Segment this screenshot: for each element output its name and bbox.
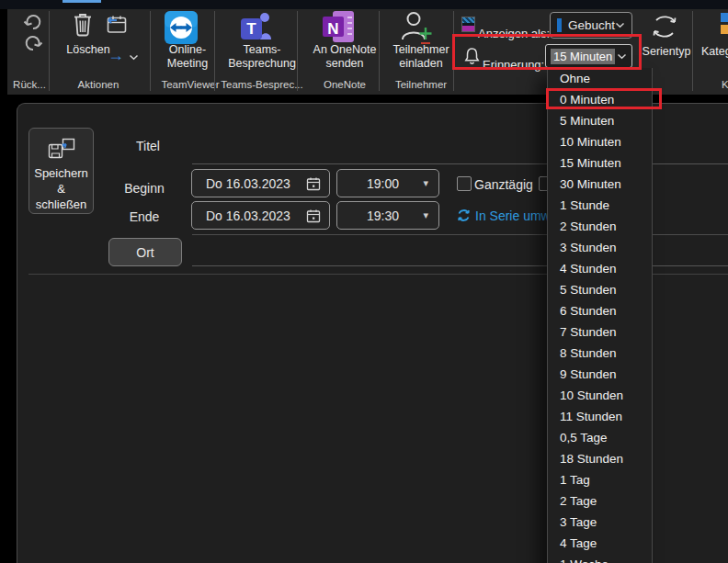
ribbon-divider [692, 11, 693, 91]
ribbon-divider [379, 11, 380, 91]
recurrence-icon [649, 12, 680, 41]
group-label-undo: Rück... [13, 79, 46, 90]
delete-button-label: Löschen [66, 43, 109, 57]
redo-icon [23, 34, 43, 52]
send-to-onenote-button[interactable]: N [322, 10, 355, 43]
begin-time-value: 19:00 [337, 176, 399, 191]
reminder-option[interactable]: 5 Stunden [548, 279, 652, 300]
reminder-option[interactable]: 4 Stunden [548, 258, 652, 279]
svg-text:T: T [246, 20, 256, 38]
undo-icon [23, 13, 43, 31]
ribbon-divider [150, 11, 151, 91]
group-label-categories: K [722, 79, 728, 90]
group-label-attendees: Teilnehmer [395, 79, 447, 90]
person-add-icon [400, 10, 433, 45]
categorize-label: Kateg [701, 45, 728, 58]
trash-icon [72, 11, 94, 37]
reminder-option[interactable]: 3 Stunden [548, 237, 652, 258]
sync-icon [456, 208, 472, 223]
reminder-option[interactable]: Ohne [548, 68, 652, 89]
reminder-option[interactable]: 15 Minuten [548, 152, 652, 174]
end-time-value: 19:30 [337, 208, 399, 223]
reminder-option[interactable]: 18 Stunden [548, 448, 652, 469]
group-label-teamviewer: TeamViewer [161, 79, 219, 90]
chevron-down-icon[interactable]: ▾ [423, 209, 428, 221]
teams-meeting-label-1: Teams- [228, 43, 296, 57]
ribbon-divider [214, 11, 215, 91]
send-to-onenote-label-1: An OneNote [313, 43, 377, 57]
chevron-down-icon [615, 22, 625, 28]
group-label-teams: Teams-Besprec... [221, 79, 302, 90]
invite-attendees-label-1: Teilnehmer [392, 43, 449, 57]
reminder-option[interactable]: 9 Stunden [548, 364, 652, 385]
reminder-option[interactable]: 30 Minuten [548, 174, 652, 195]
reminder-option[interactable]: 10 Stunden [548, 385, 652, 406]
save-close-button[interactable]: Speichern & schließen [28, 128, 94, 214]
location-button-label: Ort [136, 245, 154, 260]
reminder-option[interactable]: 2 Stunden [548, 216, 652, 237]
recurrence-button[interactable] [649, 12, 680, 41]
calendar-forward-icon [103, 15, 129, 35]
save-close-label-2: & [57, 181, 65, 197]
reminder-option[interactable]: 3 Tage [548, 512, 652, 533]
reminder-option[interactable]: 1 Stunde [548, 195, 652, 216]
save-close-label-1: Speichern [34, 165, 88, 181]
reminder-option[interactable]: 8 Stunden [548, 343, 652, 364]
title-label: Titel [120, 139, 176, 153]
ribbon-divider [49, 11, 50, 91]
save-close-label-3: schließen [36, 197, 87, 212]
calendar-icon[interactable] [306, 176, 321, 191]
show-as-icon [461, 17, 475, 32]
end-date-field[interactable]: Do 16.03.2023 [191, 201, 330, 230]
begin-label: Beginn [112, 181, 176, 196]
end-label: Ende [112, 209, 176, 224]
chevron-down-icon[interactable]: ▾ [423, 177, 428, 189]
teamviewer-icon [164, 10, 199, 45]
reminder-option[interactable]: 0,5 Tage [548, 427, 652, 448]
begin-time-field[interactable]: 19:00 ▾ [336, 169, 439, 197]
reminder-option[interactable]: 6 Stunden [548, 300, 652, 321]
recurrence-label: Serientyp [643, 45, 691, 59]
all-day-label: Ganztägig [474, 177, 533, 192]
teams-meeting-label-2: Besprechung [228, 57, 296, 71]
send-to-onenote-label-2: senden [313, 57, 377, 71]
online-meeting-button[interactable] [164, 10, 199, 45]
group-label-actions: Aktionen [78, 79, 119, 90]
invite-attendees-button[interactable] [400, 10, 433, 45]
delete-button[interactable] [72, 11, 94, 37]
end-time-field[interactable]: 19:30 ▾ [336, 201, 439, 230]
undo-button[interactable] [23, 13, 43, 31]
annotation-0-minutes [546, 88, 662, 109]
group-label-onenote: OneNote [324, 79, 366, 90]
reminder-option[interactable]: 1 Tag [548, 469, 652, 490]
categorize-button[interactable] [721, 13, 728, 34]
onenote-icon: N [322, 10, 355, 43]
teams-meeting-button[interactable]: T [239, 11, 274, 41]
all-day-checkbox[interactable] [457, 176, 472, 191]
forward-arrow-icon[interactable]: → [108, 47, 124, 63]
reminder-option[interactable]: 4 Tage [548, 533, 652, 554]
reminder-option[interactable]: 1 Woche [548, 554, 652, 563]
begin-date-value: Do 16.03.2023 [192, 176, 290, 191]
reminder-dropdown: Ohne0 Minuten5 Minuten10 Minuten15 Minut… [547, 68, 653, 563]
categorize-icon [721, 13, 728, 34]
reminder-option[interactable]: 2 Tage [548, 490, 652, 512]
redo-button[interactable] [23, 34, 43, 52]
show-as-value: Gebucht [568, 18, 615, 32]
reminder-option[interactable]: 5 Minuten [548, 110, 652, 131]
annotation-reminder-field [452, 34, 642, 70]
chevron-down-icon[interactable] [129, 54, 139, 61]
location-button[interactable]: Ort [108, 238, 182, 266]
calendar-icon[interactable] [306, 208, 321, 223]
forward-appointment-button[interactable] [103, 15, 129, 35]
reminder-option[interactable]: 7 Stunden [548, 321, 652, 343]
ribbon-divider [297, 11, 298, 91]
invite-attendees-label-2: einladen [392, 57, 449, 71]
active-tab-indicator [63, 0, 101, 3]
begin-date-field[interactable]: Do 16.03.2023 [191, 169, 330, 197]
reminder-option[interactable]: 10 Minuten [548, 131, 652, 152]
reminder-option[interactable]: 11 Stunden [548, 406, 652, 427]
svg-text:N: N [327, 20, 338, 38]
online-meeting-label-2: Meeting [167, 57, 208, 71]
save-close-icon [48, 138, 75, 160]
